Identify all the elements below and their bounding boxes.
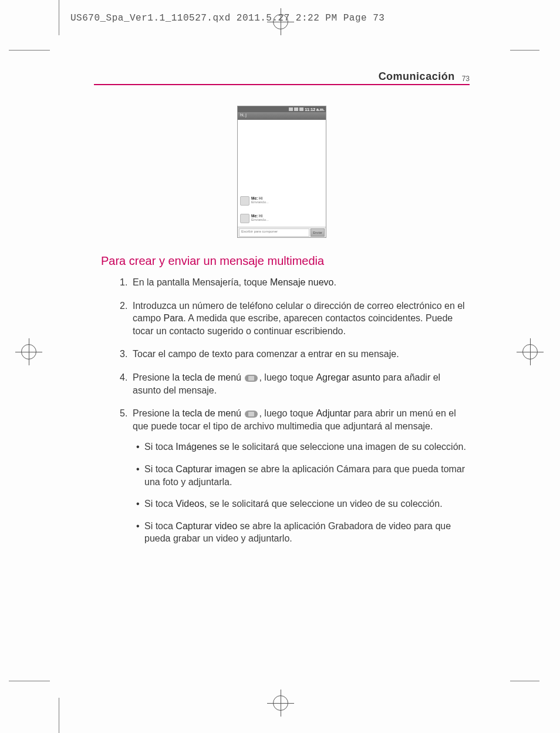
menu-key-icon bbox=[245, 411, 258, 418]
status-time: 11:12 a.m. bbox=[305, 107, 325, 112]
avatar-icon bbox=[240, 196, 249, 206]
page-header: Comunicación 73 bbox=[94, 70, 470, 85]
compose-input[interactable]: Escribir para componer bbox=[239, 228, 309, 237]
message-text: Hi bbox=[259, 214, 262, 218]
avatar-icon bbox=[240, 214, 249, 223]
message-status: Enviando... bbox=[251, 218, 269, 221]
phone-screenshot: 11:12 a.m. hi, j Me: Hi Enviando... Me: … bbox=[237, 106, 326, 238]
registration-mark-icon bbox=[267, 690, 294, 717]
step-5: 5. Presione la tecla de menú , luego toq… bbox=[120, 407, 470, 432]
send-button[interactable]: Enviar bbox=[311, 228, 325, 237]
step-2: 2. Introduzca un número de teléfono celu… bbox=[120, 300, 470, 338]
bullet-capturar-imagen: Si toca Capturar imagen se abre la aplic… bbox=[136, 463, 470, 488]
compose-bar: Escribir para componer Enviar bbox=[238, 227, 326, 237]
step-1: 1. En la pantalla Mensajería, toque Mens… bbox=[120, 276, 470, 289]
bullet-videos: Si toca Videos, se le solicitará que sel… bbox=[136, 497, 470, 510]
battery-icon bbox=[299, 107, 303, 111]
signal-icon bbox=[294, 107, 298, 111]
message-thread: Me: Hi Enviando... Me: Hi Enviando... bbox=[238, 120, 326, 227]
bullet-imagenes: Si toca Imágenes se le solicitará que se… bbox=[136, 441, 470, 453]
crop-mark bbox=[9, 50, 50, 65]
bullet-capturar-video: Si toca Capturar video se abre la aplica… bbox=[136, 520, 470, 545]
message-status: Enviando... bbox=[251, 200, 269, 204]
crop-mark bbox=[510, 50, 539, 51]
message-sender: Me: bbox=[251, 196, 258, 200]
page-number: 73 bbox=[462, 75, 470, 83]
registration-mark-icon bbox=[517, 338, 544, 365]
crop-mark bbox=[59, 698, 59, 733]
signal-icon bbox=[289, 107, 293, 111]
message-sender: Me: bbox=[251, 214, 258, 218]
message-row: Me: Hi Enviando... bbox=[240, 214, 269, 223]
phone-status-bar: 11:12 a.m. bbox=[238, 106, 326, 112]
step-3: 3. Tocar el campo de texto para comenzar… bbox=[120, 348, 470, 361]
registration-mark-icon bbox=[267, 8, 294, 35]
message-text: Hi bbox=[259, 196, 262, 200]
section-name: Comunicación bbox=[379, 70, 455, 83]
crop-mark bbox=[59, 0, 59, 35]
crop-mark bbox=[9, 681, 50, 681]
section-heading: Para crear y enviar un mensaje multimedi… bbox=[101, 254, 470, 268]
registration-mark-icon bbox=[15, 338, 42, 365]
print-header: US670_Spa_Ver1.1_110527.qxd 2011.5.27 2:… bbox=[70, 13, 384, 23]
phone-title-bar: hi, j bbox=[238, 112, 326, 120]
message-row: Me: Hi Enviando... bbox=[240, 196, 269, 206]
step-4: 4. Presione la tecla de menú , luego toq… bbox=[120, 371, 470, 396]
menu-key-icon bbox=[245, 375, 258, 382]
crop-mark bbox=[510, 681, 539, 681]
